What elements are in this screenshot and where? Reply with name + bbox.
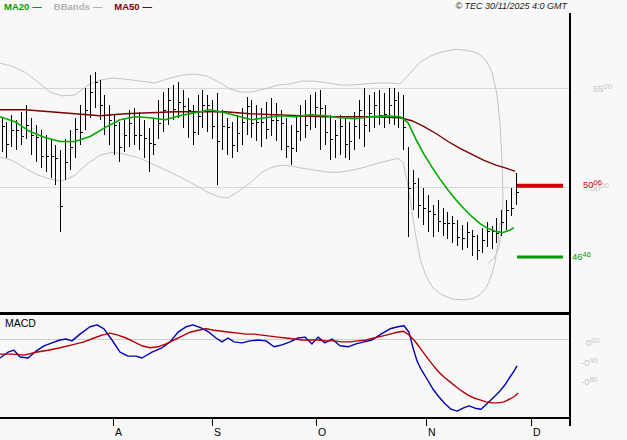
x-axis-month-label: O [318, 426, 326, 438]
macd-axis-tick-label: -080 [581, 375, 598, 387]
x-axis-month-label: N [428, 426, 436, 438]
x-axis-month-label: S [214, 426, 221, 438]
level-label: 4646 [572, 250, 591, 262]
price-axis-tick-label: 5500 [593, 82, 612, 94]
chart-canvas: 5500500050064646000-040-080ASOND [0, 0, 627, 440]
x-axis-month-label: D [533, 426, 541, 438]
bollinger-band-lower [0, 152, 500, 300]
stock-chart-screen: MA20—BBands—MA50— © TEC 30/11/2025 4:0 G… [0, 0, 627, 440]
macd-axis-tick-label: 000 [586, 336, 600, 348]
x-axis-month-label: A [115, 426, 122, 438]
macd-macd-line [0, 325, 517, 411]
macd-axis-tick-label: -040 [581, 356, 598, 368]
